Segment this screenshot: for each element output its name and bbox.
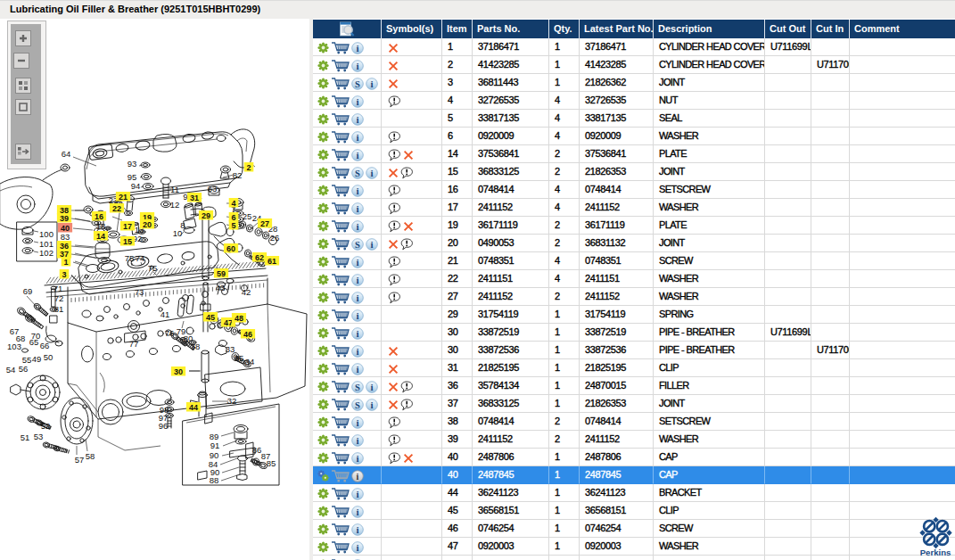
svg-text:30: 30 [174, 367, 183, 376]
svg-text:61: 61 [268, 257, 276, 266]
svg-text:63: 63 [208, 184, 218, 194]
svg-text:81: 81 [54, 304, 64, 314]
svg-text:40: 40 [61, 224, 70, 233]
svg-text:76: 76 [165, 328, 175, 338]
svg-text:16: 16 [95, 212, 103, 221]
svg-text:27: 27 [260, 219, 269, 228]
svg-text:15: 15 [123, 237, 132, 246]
svg-text:14: 14 [96, 232, 105, 241]
svg-text:91: 91 [210, 441, 220, 450]
svg-text:85: 85 [267, 458, 276, 468]
svg-text:100: 100 [39, 229, 54, 239]
svg-text:45: 45 [206, 313, 215, 322]
svg-text:35: 35 [235, 353, 244, 363]
svg-text:83: 83 [61, 232, 70, 242]
svg-text:49: 49 [32, 354, 42, 364]
svg-text:18: 18 [96, 221, 106, 231]
svg-text:82: 82 [233, 170, 243, 180]
svg-text:59: 59 [217, 269, 226, 278]
svg-text:39: 39 [60, 214, 69, 223]
svg-text:41: 41 [161, 309, 170, 319]
svg-text:5: 5 [231, 221, 235, 230]
svg-text:52: 52 [41, 421, 51, 431]
svg-text:47: 47 [224, 318, 233, 327]
svg-text:58: 58 [86, 451, 95, 461]
svg-text:78: 78 [191, 342, 201, 351]
svg-text:96: 96 [159, 421, 169, 431]
svg-text:65: 65 [29, 337, 39, 347]
svg-text:32: 32 [227, 396, 237, 406]
svg-text:12: 12 [170, 200, 180, 210]
svg-text:54: 54 [6, 365, 16, 375]
svg-text:74: 74 [136, 253, 145, 263]
svg-text:26: 26 [270, 233, 280, 243]
svg-text:9: 9 [183, 192, 187, 202]
svg-text:48: 48 [235, 314, 243, 323]
svg-text:86: 86 [252, 445, 262, 455]
svg-text:17: 17 [123, 222, 132, 231]
svg-text:77: 77 [129, 339, 139, 349]
svg-text:4: 4 [231, 199, 235, 208]
svg-text:102: 102 [39, 248, 54, 258]
svg-text:71: 71 [54, 284, 63, 293]
svg-text:64: 64 [62, 149, 71, 159]
svg-text:62: 62 [255, 253, 264, 262]
svg-text:10: 10 [173, 228, 183, 238]
svg-text:75: 75 [148, 263, 158, 273]
svg-text:25: 25 [243, 211, 252, 221]
svg-text:72: 72 [54, 293, 64, 303]
svg-text:94: 94 [131, 181, 141, 191]
svg-text:60: 60 [226, 244, 235, 253]
svg-text:44: 44 [189, 403, 198, 412]
svg-text:50: 50 [44, 352, 54, 362]
svg-text:Perkins: Perkins [920, 548, 951, 557]
svg-text:3: 3 [62, 270, 66, 279]
svg-text:66: 66 [40, 341, 50, 350]
svg-text:51: 51 [21, 432, 30, 442]
svg-text:75: 75 [125, 253, 135, 263]
svg-text:21: 21 [119, 193, 128, 202]
svg-text:93: 93 [128, 159, 137, 169]
svg-text:22: 22 [112, 204, 121, 213]
svg-text:103: 103 [7, 342, 21, 351]
svg-text:1: 1 [63, 258, 68, 267]
svg-text:53: 53 [34, 432, 44, 441]
svg-text:29: 29 [202, 211, 210, 220]
svg-text:31: 31 [190, 194, 199, 202]
svg-text:11: 11 [170, 185, 179, 194]
svg-text:73: 73 [135, 287, 144, 297]
svg-text:42: 42 [242, 287, 251, 297]
svg-text:34: 34 [245, 357, 255, 366]
svg-text:2: 2 [246, 163, 251, 172]
svg-text:57: 57 [75, 455, 85, 465]
svg-text:56: 56 [19, 364, 29, 374]
svg-text:46: 46 [243, 330, 252, 339]
svg-text:33: 33 [226, 344, 235, 354]
svg-text:20: 20 [143, 220, 152, 229]
svg-text:69: 69 [23, 286, 33, 296]
svg-text:88: 88 [210, 475, 219, 485]
svg-text:43: 43 [216, 283, 226, 292]
